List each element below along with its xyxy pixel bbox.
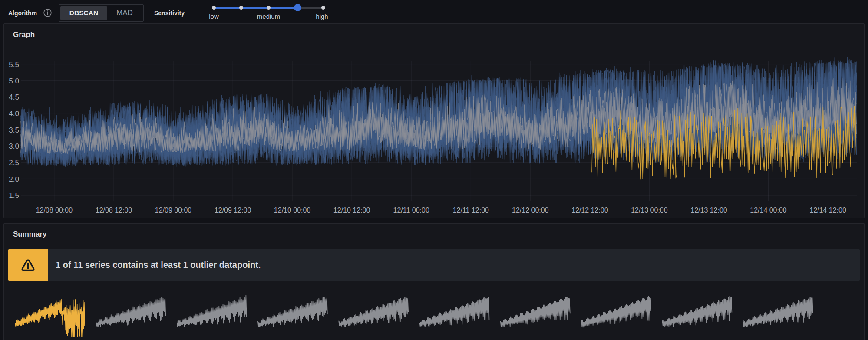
svg-text:12/08 00:00: 12/08 00:00	[36, 207, 73, 214]
svg-text:3.0: 3.0	[9, 142, 19, 150]
svg-text:12/10 12:00: 12/10 12:00	[333, 207, 370, 214]
svg-text:1.5: 1.5	[9, 191, 19, 200]
svg-text:12/13 00:00: 12/13 00:00	[631, 207, 668, 214]
svg-text:12/09 00:00: 12/09 00:00	[155, 207, 192, 214]
svg-text:12/13 12:00: 12/13 12:00	[690, 207, 727, 214]
svg-text:12/12 12:00: 12/12 12:00	[571, 207, 608, 214]
svg-text:12/14 12:00: 12/14 12:00	[809, 207, 846, 214]
svg-text:4.0: 4.0	[9, 110, 19, 118]
svg-text:2.5: 2.5	[9, 159, 19, 167]
svg-text:12/08 12:00: 12/08 12:00	[96, 207, 132, 214]
svg-text:12/11 00:00: 12/11 00:00	[393, 207, 429, 214]
svg-text:3.5: 3.5	[9, 126, 19, 134]
svg-text:4.5: 4.5	[9, 93, 19, 101]
svg-text:5.5: 5.5	[9, 60, 19, 69]
svg-text:5.0: 5.0	[9, 77, 19, 85]
svg-text:12/09 12:00: 12/09 12:00	[215, 207, 251, 214]
svg-text:12/10 00:00: 12/10 00:00	[274, 207, 311, 214]
svg-text:12/11 12:00: 12/11 12:00	[453, 207, 489, 214]
svg-text:12/14 00:00: 12/14 00:00	[750, 207, 787, 214]
svg-text:2.0: 2.0	[9, 175, 19, 183]
svg-text:12/12 00:00: 12/12 00:00	[512, 207, 549, 214]
